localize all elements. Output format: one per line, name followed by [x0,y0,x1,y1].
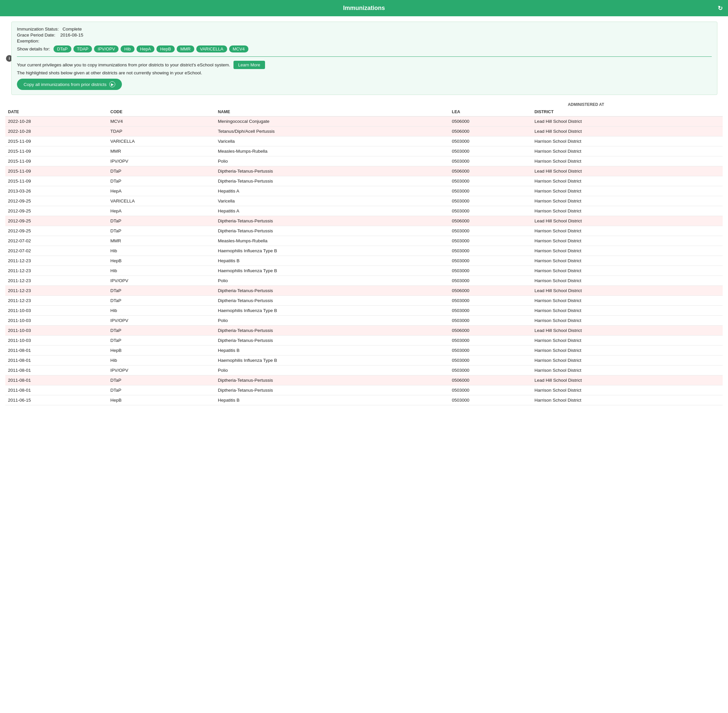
tag-hepb[interactable]: HepB [156,45,175,52]
cell-name: Measles-Mumps-Rubella [215,146,449,156]
table-row: 2015-11-09DTaPDiptheria-Tetanus-Pertussi… [5,166,723,176]
table-row: 2011-12-23IPV/OPVPolio0503000Harrison Sc… [5,276,723,286]
cell-name: Haemophilis Influenza Type B [215,246,449,256]
cell-name: Polio [215,156,449,166]
cell-name: Diptheria-Tetanus-Pertussis [215,385,449,395]
tag-ipv[interactable]: IPV/OPV [94,45,118,52]
cell-date: 2011-12-23 [5,286,108,296]
cell-name: Haemophilis Influenza Type B [215,306,449,316]
section-divider [17,57,712,57]
cell-district: Lead Hill School District [532,116,723,127]
cell-district: Harrison School District [532,385,723,395]
learn-more-button[interactable]: Learn More [233,61,265,69]
immunization-status-line: Immunization Status: Complete [17,27,712,31]
cell-lea: 0503000 [449,206,532,216]
cell-date: 2013-03-26 [5,186,108,196]
cell-name: Haemophilis Influenza Type B [215,266,449,276]
cell-lea: 0503000 [449,246,532,256]
cell-lea: 0503000 [449,336,532,346]
cell-date: 2015-11-09 [5,166,108,176]
cell-district: Harrison School District [532,306,723,316]
cell-code: HepB [108,256,215,266]
cell-date: 2011-10-03 [5,306,108,316]
cell-code: DTaP [108,286,215,296]
cell-district: Lead Hill School District [532,166,723,176]
table-row: 2011-12-23HibHaemophilis Influenza Type … [5,266,723,276]
table-row: 2015-11-09DTaPDiptheria-Tetanus-Pertussi… [5,176,723,186]
cell-lea: 0506000 [449,326,532,336]
cell-code: DTaP [108,326,215,336]
cell-date: 2012-07-02 [5,246,108,256]
cell-lea: 0503000 [449,186,532,196]
cell-district: Lead Hill School District [532,376,723,385]
table-row: 2011-12-23HepBHepatitis B0503000Harrison… [5,256,723,266]
cell-district: Harrison School District [532,365,723,376]
cell-name: Hepatitis B [215,346,449,355]
cell-code: Hib [108,306,215,316]
cell-lea: 0503000 [449,236,532,246]
cell-date: 2011-08-01 [5,385,108,395]
table-row: 2013-03-26HepAHepatitis A0503000Harrison… [5,186,723,196]
cell-district: Harrison School District [532,176,723,186]
tag-tdap[interactable]: TDAP [73,45,92,52]
cell-name: Measles-Mumps-Rubella [215,236,449,246]
cell-date: 2012-07-02 [5,236,108,246]
page-header: Immunizations ↻ [0,0,728,16]
cell-date: 2022-10-28 [5,116,108,127]
cell-name: Polio [215,365,449,376]
tag-hib[interactable]: Hib [121,45,135,52]
cell-lea: 0503000 [449,226,532,236]
cell-district: Harrison School District [532,246,723,256]
cell-name: Diptheria-Tetanus-Pertussis [215,296,449,306]
cell-name: Hepatitis B [215,395,449,405]
tag-dtap[interactable]: DTaP [54,45,72,52]
table-row: 2012-09-25HepAHepatitis A0503000Harrison… [5,206,723,216]
cell-name: Tetanus/Diph/Acell Pertussis [215,127,449,136]
cell-lea: 0503000 [449,276,532,286]
exemption-line: Exemption: [17,39,712,43]
cell-date: 2011-10-03 [5,336,108,346]
cell-name: Hepatitis B [215,256,449,266]
cell-date: 2011-08-01 [5,346,108,355]
table-row: 2011-06-15HepBHepatitis B0503000Harrison… [5,395,723,405]
table-row: 2011-10-03DTaPDiptheria-Tetanus-Pertussi… [5,336,723,346]
immunizations-table-container: ADMINISTERED AT DATE CODE NAME LEA DISTR… [5,100,723,405]
cell-date: 2015-11-09 [5,156,108,166]
cell-name: Diptheria-Tetanus-Pertussis [215,336,449,346]
immunizations-table: ADMINISTERED AT DATE CODE NAME LEA DISTR… [5,100,723,405]
tag-mcv4[interactable]: MCV4 [229,45,248,52]
cell-code: DTaP [108,296,215,306]
cell-district: Harrison School District [532,146,723,156]
cell-lea: 0503000 [449,355,532,365]
cell-lea: 0503000 [449,365,532,376]
cell-code: MMR [108,236,215,246]
cell-lea: 0503000 [449,266,532,276]
tag-mmr[interactable]: MMR [177,45,194,52]
refresh-icon[interactable]: ↻ [718,4,723,12]
cell-district: Harrison School District [532,395,723,405]
cell-district: Harrison School District [532,266,723,276]
cell-date: 2011-12-23 [5,296,108,306]
cell-lea: 0503000 [449,156,532,166]
table-row: 2011-12-23DTaPDiptheria-Tetanus-Pertussi… [5,286,723,296]
cell-lea: 0506000 [449,127,532,136]
page-title: Immunizations [343,4,385,12]
cell-lea: 0503000 [449,196,532,206]
cell-name: Hepatitis A [215,206,449,216]
cell-date: 2012-09-25 [5,206,108,216]
cell-name: Diptheria-Tetanus-Pertussis [215,176,449,186]
empty-col-header [5,100,449,107]
cell-district: Harrison School District [532,336,723,346]
copy-immunizations-button[interactable]: Copy all immunizations from prior distri… [17,79,122,90]
cell-lea: 0503000 [449,395,532,405]
cell-lea: 0506000 [449,286,532,296]
cell-name: Haemophilis Influenza Type B [215,355,449,365]
tag-varicella[interactable]: VARICELLA [196,45,227,52]
cell-code: Hib [108,246,215,256]
cell-name: Diptheria-Tetanus-Pertussis [215,216,449,226]
cell-date: 2012-09-25 [5,216,108,226]
tag-hepa[interactable]: HepA [136,45,155,52]
cell-date: 2011-06-15 [5,395,108,405]
cell-lea: 0506000 [449,216,532,226]
cell-district: Harrison School District [532,206,723,216]
